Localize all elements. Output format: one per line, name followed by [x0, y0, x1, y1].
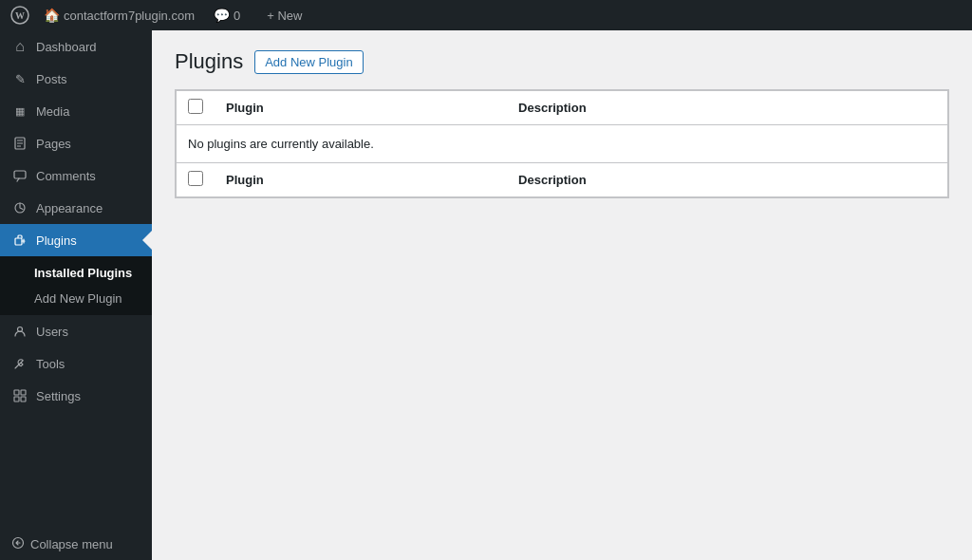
- main-layout: ⌂ Dashboard ✎ Posts ▦ Media Pages Commen…: [0, 30, 972, 560]
- sidebar-item-media[interactable]: ▦ Media: [0, 95, 152, 127]
- admin-bar: W 🏠 contactform7plugin.com 💬 0 + New: [0, 0, 972, 30]
- svg-rect-12: [21, 390, 26, 395]
- select-all-checkbox[interactable]: [188, 99, 203, 114]
- plugins-table: Plugin Description No plugins are curren…: [176, 90, 948, 197]
- sidebar-item-users[interactable]: Users: [0, 315, 152, 347]
- plugins-icon: [11, 232, 28, 249]
- comments-sidebar-icon: [11, 167, 28, 184]
- page-title: Plugins: [175, 49, 243, 74]
- home-icon: 🏠: [44, 8, 60, 23]
- submenu-installed-plugins[interactable]: Installed Plugins: [0, 260, 152, 286]
- no-plugins-row: No plugins are currently available.: [177, 125, 948, 163]
- table-header-row: Plugin Description: [177, 91, 948, 125]
- plugin-footer-column-header: Plugin: [215, 163, 507, 197]
- settings-icon: [11, 387, 28, 404]
- active-arrow: [142, 231, 152, 250]
- new-button[interactable]: + New: [259, 9, 309, 23]
- collapse-icon: [11, 536, 25, 552]
- add-new-plugin-button[interactable]: Add New Plugin: [254, 50, 364, 74]
- sidebar-item-comments[interactable]: Comments: [0, 159, 152, 192]
- description-footer-column-header: Description: [507, 163, 947, 197]
- pages-icon: [11, 135, 28, 152]
- plugin-column-header: Plugin: [215, 91, 507, 125]
- wp-logo-icon[interactable]: W: [8, 3, 32, 28]
- posts-icon: ✎: [11, 70, 28, 87]
- table-footer-row: Plugin Description: [177, 163, 948, 197]
- svg-rect-11: [14, 390, 19, 395]
- submenu-add-new-plugin[interactable]: Add New Plugin: [0, 286, 152, 311]
- sidebar-item-dashboard[interactable]: ⌂ Dashboard: [0, 30, 152, 63]
- site-name[interactable]: 🏠 contactform7plugin.com: [44, 8, 195, 23]
- media-icon: ▦: [11, 103, 28, 120]
- tools-icon: [11, 355, 28, 372]
- svg-text:W: W: [15, 10, 25, 21]
- sidebar-item-posts[interactable]: ✎ Posts: [0, 63, 152, 95]
- page-header: Plugins Add New Plugin: [175, 49, 949, 74]
- header-checkbox-cell: [177, 91, 215, 125]
- sidebar-item-plugins[interactable]: Plugins: [0, 224, 152, 256]
- select-all-footer-checkbox[interactable]: [188, 171, 203, 186]
- svg-rect-13: [14, 397, 19, 401]
- sidebar-item-tools[interactable]: Tools: [0, 347, 152, 380]
- plugins-table-container: Plugin Description No plugins are curren…: [175, 89, 949, 198]
- users-icon: [11, 323, 28, 340]
- sidebar-item-pages[interactable]: Pages: [0, 127, 152, 159]
- comments-button[interactable]: 💬 0: [206, 8, 248, 23]
- dashboard-icon: ⌂: [11, 38, 28, 55]
- plugins-submenu: Installed Plugins Add New Plugin: [0, 256, 152, 315]
- no-plugins-message: No plugins are currently available.: [177, 125, 948, 163]
- collapse-menu-button[interactable]: Collapse menu: [0, 529, 152, 560]
- content-area: Plugins Add New Plugin Plugin Descriptio…: [152, 30, 972, 560]
- svg-rect-6: [14, 171, 26, 178]
- comment-icon: 💬: [214, 8, 230, 23]
- sidebar-item-settings[interactable]: Settings: [0, 380, 152, 412]
- appearance-icon: [11, 199, 28, 216]
- description-column-header: Description: [507, 91, 947, 125]
- svg-rect-7: [15, 238, 22, 245]
- sidebar: ⌂ Dashboard ✎ Posts ▦ Media Pages Commen…: [0, 30, 152, 560]
- svg-rect-14: [21, 397, 26, 401]
- sidebar-item-appearance[interactable]: Appearance: [0, 192, 152, 224]
- footer-checkbox-cell: [177, 163, 215, 197]
